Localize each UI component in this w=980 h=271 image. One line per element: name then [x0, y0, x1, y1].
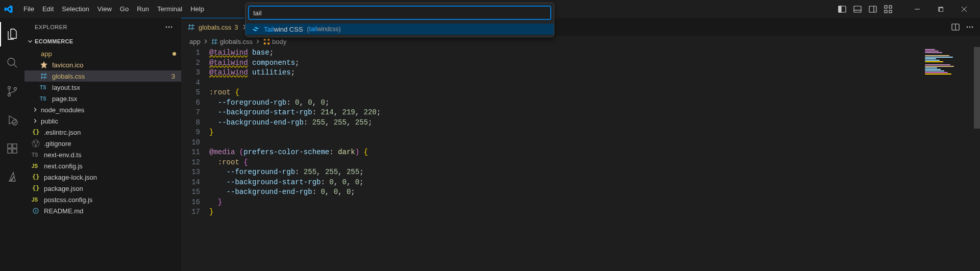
- maximize-button[interactable]: [929, 0, 952, 18]
- file-package-lock-json[interactable]: {}package-lock.json: [24, 171, 181, 183]
- svg-text:{}: {}: [32, 129, 39, 136]
- tailwind-icon: [252, 25, 260, 33]
- activity-azure[interactable]: [0, 165, 24, 189]
- menu-terminal[interactable]: Terminal: [153, 3, 186, 15]
- azure-icon: [6, 171, 18, 183]
- chevron-right-icon: [254, 38, 261, 45]
- svg-rect-25: [13, 149, 17, 153]
- svg-line-17: [14, 64, 17, 67]
- svg-rect-8: [885, 10, 887, 13]
- hash-icon: [187, 23, 195, 31]
- breadcrumb[interactable]: app globals.css body: [181, 36, 980, 47]
- layout-toggle-left-icon[interactable]: [838, 5, 846, 13]
- command-palette-item[interactable]: Tailwind CSS (tailwindcss): [246, 23, 554, 35]
- symbol-icon: [263, 38, 271, 45]
- svg-text:JS: JS: [32, 197, 38, 203]
- svg-rect-52: [267, 38, 270, 40]
- debug-icon: [6, 114, 18, 126]
- menu-help[interactable]: Help: [186, 3, 208, 15]
- activity-bar: [0, 18, 24, 271]
- folder-public[interactable]: public: [24, 115, 181, 127]
- layout-toggle-right-icon[interactable]: [869, 5, 877, 13]
- file-favicon-ico[interactable]: favicon.ico: [24, 59, 181, 70]
- svg-rect-4: [869, 6, 876, 12]
- svg-point-29: [171, 26, 173, 28]
- minimap[interactable]: [922, 47, 973, 271]
- split-editor-icon[interactable]: [951, 23, 960, 31]
- extensions-icon: [6, 142, 18, 155]
- file-layout-tsx[interactable]: TSlayout.tsx: [24, 82, 181, 93]
- svg-point-16: [8, 58, 15, 65]
- file-package-json[interactable]: {}package.json: [24, 183, 181, 194]
- tab-problems-badge: 3: [234, 23, 238, 31]
- activity-debug[interactable]: [0, 108, 24, 132]
- more-actions-icon[interactable]: [165, 23, 173, 31]
- minimize-button[interactable]: [905, 0, 929, 18]
- svg-rect-23: [8, 144, 12, 148]
- svg-rect-53: [264, 42, 266, 44]
- file-globals-css[interactable]: globals.css3: [24, 70, 181, 82]
- file--gitignore[interactable]: .gitignore: [24, 138, 181, 149]
- line-gutter: 1234567891011121314151617: [181, 47, 209, 271]
- layout-customize-icon[interactable]: [884, 5, 892, 13]
- search-icon: [6, 57, 18, 69]
- breadcrumb-symbol[interactable]: body: [272, 38, 286, 45]
- svg-text:JS: JS: [32, 163, 38, 169]
- command-palette-input[interactable]: [249, 6, 551, 19]
- close-window-button[interactable]: [952, 0, 976, 18]
- menu-file[interactable]: File: [19, 3, 38, 15]
- svg-text:{}: {}: [32, 185, 39, 192]
- files-icon: [6, 28, 18, 40]
- svg-rect-24: [8, 149, 12, 153]
- menu-go[interactable]: Go: [116, 3, 133, 15]
- svg-rect-1: [839, 6, 841, 12]
- file-postcss-config-js[interactable]: JSpostcss.config.js: [24, 194, 181, 205]
- svg-point-20: [14, 88, 17, 90]
- file-page-tsx[interactable]: TSpage.tsx: [24, 93, 181, 104]
- svg-rect-12: [939, 8, 943, 12]
- editor: globals.css 3 app globals.css body 12345…: [181, 18, 980, 271]
- file--eslintrc-json[interactable]: {}.eslintrc.json: [24, 127, 181, 138]
- breadcrumb-folder[interactable]: app: [189, 38, 201, 45]
- svg-rect-7: [889, 6, 892, 8]
- svg-rect-9: [889, 10, 892, 13]
- menu-edit[interactable]: Edit: [38, 3, 58, 15]
- file-next-env-d-ts[interactable]: TSnext-env.d.ts: [24, 149, 181, 160]
- branch-icon: [6, 85, 18, 97]
- layout-toggle-bottom-icon[interactable]: [853, 5, 862, 13]
- svg-rect-2: [854, 6, 861, 12]
- activity-explorer[interactable]: [0, 22, 24, 46]
- svg-point-28: [168, 26, 170, 28]
- svg-point-45: [35, 210, 37, 212]
- vscode-icon: [4, 5, 13, 14]
- explorer-sidebar: EXPLORER ECOMMERCE appfavicon.icoglobals…: [24, 18, 181, 271]
- svg-point-50: [972, 26, 973, 28]
- vertical-scrollbar[interactable]: [973, 47, 980, 271]
- chevron-down-icon: [27, 38, 34, 45]
- folder-node_modules[interactable]: node_modules: [24, 104, 181, 115]
- chevron-right-icon: [202, 38, 209, 45]
- svg-rect-6: [885, 6, 887, 8]
- file-next-config-js[interactable]: JSnext.config.js: [24, 160, 181, 171]
- command-palette-item-label: Tailwind CSS: [264, 26, 303, 33]
- project-section-header[interactable]: ECOMMERCE: [24, 36, 181, 47]
- more-editor-actions-icon[interactable]: [966, 23, 974, 31]
- breadcrumb-file[interactable]: globals.css: [220, 38, 253, 45]
- code-editor[interactable]: 1234567891011121314151617 @tailwind base…: [181, 47, 922, 271]
- svg-point-19: [8, 94, 11, 96]
- svg-rect-26: [13, 144, 17, 148]
- svg-point-48: [967, 26, 968, 28]
- folder-app[interactable]: app: [24, 48, 181, 59]
- hash-icon: [211, 38, 218, 45]
- menu-run[interactable]: Run: [133, 3, 153, 15]
- file-README-md[interactable]: README.md: [24, 205, 181, 216]
- menu-selection[interactable]: Selection: [58, 3, 93, 15]
- scrollbar-thumb[interactable]: [974, 47, 980, 129]
- menu-view[interactable]: View: [93, 3, 116, 15]
- activity-source-control[interactable]: [0, 79, 24, 104]
- activity-search[interactable]: [0, 51, 24, 75]
- svg-rect-54: [267, 42, 270, 44]
- svg-point-18: [8, 87, 11, 89]
- tab-label: globals.css: [199, 23, 231, 31]
- activity-extensions[interactable]: [0, 136, 24, 161]
